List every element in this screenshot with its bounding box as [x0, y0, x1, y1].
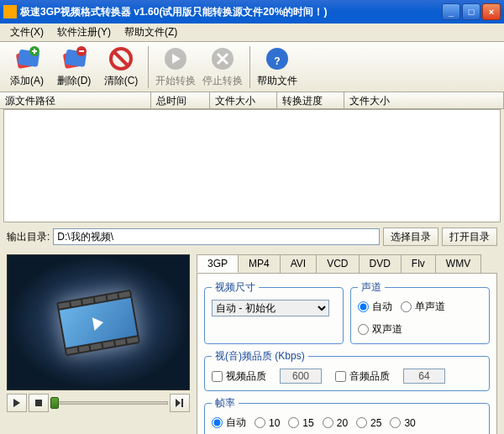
delete-label: 删除(D): [57, 74, 92, 88]
clear-label: 清除(C): [104, 74, 139, 88]
tab-wmv[interactable]: WMV: [435, 254, 481, 273]
output-dir-label: 输出目录:: [7, 230, 50, 244]
svg-text:?: ?: [274, 55, 280, 67]
audio-quality-input: [403, 369, 445, 384]
fps-auto-radio[interactable]: 自动: [212, 416, 246, 430]
delete-icon: [60, 45, 87, 72]
fps-30-radio[interactable]: 30: [390, 417, 415, 429]
stop-convert-button: 停止转换: [199, 44, 246, 90]
tab-vcd[interactable]: VCD: [316, 254, 359, 273]
quality-legend: 视(音)频品质 (Kbps): [212, 349, 308, 363]
col-total-time[interactable]: 总时间: [151, 92, 210, 108]
choose-dir-button[interactable]: 选择目录: [383, 227, 438, 246]
audio-channel-legend: 声道: [358, 280, 385, 295]
minimize-button[interactable]: _: [442, 3, 460, 20]
window-title: 极速3GP视频格式转换器 v1.60(试用版只能转换源文件20%的时间！): [20, 5, 442, 19]
app-icon: [3, 5, 17, 18]
fps-20-radio[interactable]: 20: [323, 417, 348, 429]
start-icon: [162, 45, 189, 72]
col-file-size[interactable]: 文件大小: [210, 92, 277, 108]
clear-button[interactable]: 清除(C): [97, 44, 144, 90]
play-button[interactable]: [7, 394, 27, 412]
toolbar-separator: [148, 46, 149, 88]
fps-25-radio[interactable]: 25: [356, 417, 381, 429]
open-dir-button[interactable]: 打开目录: [442, 227, 497, 246]
preview-slider[interactable]: [50, 395, 168, 410]
menu-register[interactable]: 软件注册(Y): [50, 24, 118, 41]
add-button[interactable]: 添加(A): [3, 44, 50, 90]
toolbar-separator-2: [249, 46, 250, 88]
audio-stereo-radio[interactable]: 双声道: [358, 322, 402, 337]
video-quality-checkbox[interactable]: 视频品质: [212, 369, 266, 384]
tab-mp4[interactable]: MP4: [238, 254, 281, 273]
format-tabs: 3GP MP4 AVI VCD DVD Flv WMV: [197, 254, 497, 273]
stop-icon: [209, 45, 236, 72]
tab-3gp[interactable]: 3GP: [197, 254, 239, 273]
menu-file[interactable]: 文件(X): [3, 24, 50, 41]
start-convert-button: 开始转换: [152, 44, 199, 90]
video-size-legend: 视频尺寸: [212, 280, 259, 295]
col-out-size[interactable]: 文件大小: [344, 92, 504, 108]
maximize-button[interactable]: □: [462, 3, 480, 20]
start-label: 开始转换: [155, 74, 196, 88]
audio-mono-radio[interactable]: 单声道: [401, 300, 445, 314]
output-dir-input[interactable]: [53, 228, 380, 245]
tab-avi[interactable]: AVI: [280, 254, 317, 273]
file-list[interactable]: [3, 109, 501, 222]
preview-video: [7, 254, 190, 390]
col-source-path[interactable]: 源文件路径: [0, 92, 151, 108]
help-label: 帮助文件: [257, 74, 297, 88]
fps-legend: 帧率: [212, 396, 239, 410]
tab-flv[interactable]: Flv: [401, 254, 436, 273]
tab-dvd[interactable]: DVD: [359, 254, 402, 273]
fps-10-radio[interactable]: 10: [255, 417, 280, 429]
help-button[interactable]: ? 帮助文件: [254, 44, 301, 90]
svg-rect-11: [35, 400, 42, 406]
stop-preview-button[interactable]: [29, 394, 49, 412]
col-progress[interactable]: 转换进度: [277, 92, 344, 108]
video-quality-input: [280, 369, 322, 384]
add-label: 添加(A): [10, 74, 44, 88]
end-button[interactable]: [170, 394, 190, 412]
help-icon: ?: [264, 45, 291, 72]
audio-auto-radio[interactable]: 自动: [358, 300, 392, 314]
add-icon: [13, 45, 40, 72]
clear-icon: [108, 45, 134, 72]
stop-label: 停止转换: [202, 74, 243, 88]
video-size-select[interactable]: 自动 - 初始化: [212, 300, 329, 316]
list-header: 源文件路径 总时间 文件大小 转换进度 文件大小: [0, 92, 504, 109]
delete-button[interactable]: 删除(D): [50, 44, 97, 90]
fps-15-radio[interactable]: 15: [288, 417, 313, 429]
close-button[interactable]: ×: [482, 3, 501, 20]
menu-help[interactable]: 帮助文件(Z): [118, 24, 184, 41]
film-icon: [56, 289, 140, 356]
audio-quality-checkbox[interactable]: 音频品质: [335, 369, 390, 384]
